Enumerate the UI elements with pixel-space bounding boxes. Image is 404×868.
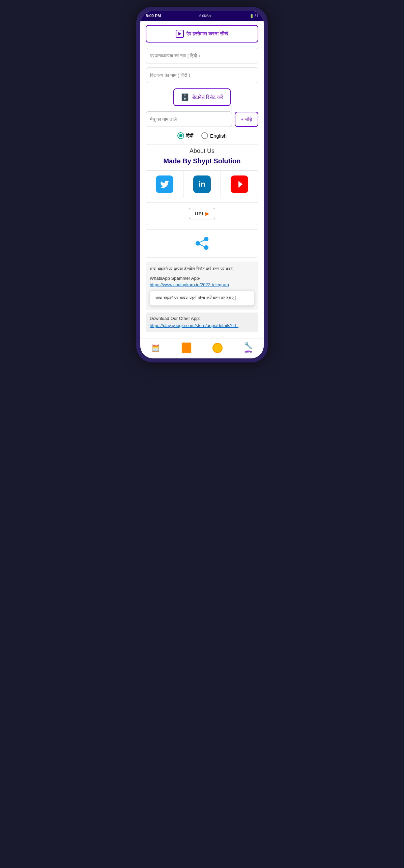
settings-wrench-icon: 🔧 (244, 342, 253, 350)
phone-shell: 8:00 PM 6.6KB/s 🔋 37 ऐप इस्तेमाल करना सी… (136, 7, 268, 362)
whatsapp-section: WhatsApp Spammer App- https://www.coding… (150, 275, 254, 306)
svg-marker-0 (238, 181, 242, 188)
share-icon (194, 235, 210, 252)
nav-settings[interactable]: 🔧 सेटिंग (233, 342, 264, 354)
phone-screen: 8:00 PM 6.6KB/s 🔋 37 ऐप इस्तेमाल करना सी… (140, 11, 264, 358)
info-box: भाषा बदलने पर कृपया डेटाबेस रिसेट करें ब… (146, 262, 258, 310)
add-menu-button[interactable]: + जोड़े (235, 112, 258, 127)
svg-line-4 (198, 239, 206, 244)
social-row: in (146, 170, 258, 198)
hindi-radio[interactable]: हिंदी (177, 132, 193, 139)
principal-name-input[interactable] (146, 48, 258, 63)
learn-button[interactable]: ऐप इस्तेमाल करना सीखें (146, 25, 258, 43)
english-label: English (210, 133, 227, 139)
hindi-radio-circle (177, 132, 184, 139)
db-reset-label: डेटाबेस रिसेट करें (192, 94, 223, 100)
whatsapp-label: WhatsApp Spammer App- (150, 276, 200, 281)
menu-row: + जोड़े (146, 111, 258, 127)
status-bar: 8:00 PM 6.6KB/s 🔋 37 (140, 11, 264, 21)
svg-line-5 (198, 243, 206, 248)
school-name-input[interactable] (146, 67, 258, 83)
whatsapp-link[interactable]: https://www.codingkaro.in/2022-telegram (150, 282, 229, 287)
nav-calculator[interactable]: 🧮 (140, 344, 171, 352)
twitter-link[interactable] (146, 171, 183, 198)
download-section: Download Our Other App: https://play.goo… (146, 313, 258, 332)
english-radio-circle (201, 132, 208, 139)
settings-label: सेटिंग (245, 350, 252, 354)
db-reset-button[interactable]: 🗄️ डेटाबेस रिसेट करें (173, 88, 231, 106)
nav-clipboard[interactable] (171, 343, 202, 353)
share-button[interactable] (146, 229, 258, 257)
add-btn-label: + जोड़े (241, 116, 252, 122)
learn-button-label: ऐप इस्तेमाल करना सीखें (186, 31, 229, 37)
play-icon (176, 30, 184, 38)
status-time: 8:00 PM (146, 13, 161, 18)
upi-label: UPI (195, 211, 203, 216)
upi-row: UPI ▶ (146, 202, 258, 225)
language-selector: हिंदी English (146, 132, 258, 139)
download-title: Download Our Other App: (150, 316, 254, 321)
youtube-icon (231, 175, 248, 193)
english-radio[interactable]: English (201, 132, 227, 139)
status-right: 🔋 37 (250, 14, 258, 18)
main-content: ऐप इस्तेमाल करना सीखें 🗄️ डेटाबेस रिसेट … (140, 21, 264, 338)
youtube-link[interactable] (221, 171, 258, 198)
hindi-radio-inner (179, 134, 182, 137)
coin-icon (212, 343, 223, 353)
upi-badge: UPI ▶ (189, 208, 215, 219)
clipboard-icon (182, 343, 191, 353)
calculator-icon: 🧮 (151, 344, 160, 352)
status-speed: 6.6KB/s (199, 14, 211, 18)
tooltip-text: भाषा बदलने पर कृपया पहले जैसा करें बटन प… (155, 295, 236, 300)
hindi-label: हिंदी (186, 133, 193, 139)
menu-name-input[interactable] (146, 111, 232, 127)
linkedin-link[interactable]: in (183, 171, 221, 198)
lang-change-msg: भाषा बदलने पर कृपया डेटाबेस रिसेट करें ब… (150, 266, 254, 272)
battery-level: 37 (255, 14, 258, 18)
twitter-icon (156, 175, 173, 193)
nav-coin[interactable] (202, 343, 233, 353)
upi-colored: ▶ (205, 211, 209, 216)
db-icon: 🗄️ (181, 93, 189, 101)
linkedin-text: in (199, 180, 205, 189)
download-link[interactable]: https://play.google.com/store/apps/detai… (150, 323, 238, 328)
about-title: About Us (146, 147, 258, 155)
bottom-nav: 🧮 🔧 सेटिंग (140, 338, 264, 358)
linkedin-icon: in (193, 175, 211, 193)
divider-1 (146, 144, 258, 145)
play-triangle-icon (178, 32, 181, 35)
battery-icon: 🔋 (250, 14, 254, 18)
made-by: Made By Shypt Solution (146, 157, 258, 165)
tooltip-box: भाषा बदलने पर कृपया पहले जैसा करें बटन प… (150, 290, 254, 306)
